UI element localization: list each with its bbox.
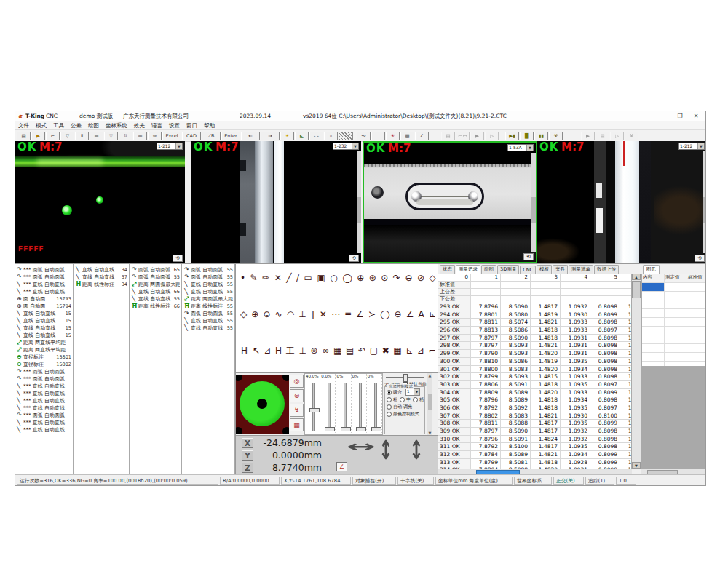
maximize-button[interactable]: ❐ xyxy=(672,111,688,121)
menu-item-9[interactable]: 窗口 xyxy=(186,122,197,129)
table-row[interactable]: 311 OK7.87928.51001.48171.09350.80981.09… xyxy=(438,443,632,451)
radio-button[interactable] xyxy=(387,404,392,410)
tab-8[interactable]: 数据上传 xyxy=(594,265,619,274)
camera1-mode-dropdown[interactable]: 1-212 ▼ xyxy=(157,143,183,150)
camera2-mode-dropdown[interactable]: 1-232 ▼ xyxy=(333,143,359,150)
toolbar-excel[interactable]: Excel xyxy=(162,132,181,140)
toolbar-open-2[interactable]: ▷ xyxy=(610,132,624,140)
toolbar-enter[interactable]: Enter xyxy=(221,132,240,140)
feature-item[interactable]: Ħ距离 线性标注55 xyxy=(183,303,234,310)
element-row[interactable] xyxy=(642,300,706,309)
measure-tool-icon[interactable]: ↷ xyxy=(393,273,400,283)
toolbar-pad-2[interactable]: ▬ xyxy=(133,132,147,140)
toolbar-pad-1[interactable]: ▬ xyxy=(90,132,103,140)
table-row[interactable]: 310 OK7.87968.50911.48241.09320.80981.09… xyxy=(438,436,632,444)
measure-tool-icon[interactable]: ✖ xyxy=(382,346,389,356)
element-row[interactable] xyxy=(642,292,706,300)
table-row[interactable]: 305 OK7.87968.50891.48181.09340.80981.09… xyxy=(438,396,632,404)
camera2-scrollbar[interactable] xyxy=(357,151,361,253)
chevron-down-icon[interactable]: ▼ xyxy=(526,145,533,151)
element-cell[interactable] xyxy=(665,292,687,300)
element-cell[interactable] xyxy=(665,327,687,335)
measure-tool-icon[interactable]: ✕ xyxy=(274,273,282,283)
tab-5[interactable]: 模板 xyxy=(537,265,552,274)
measure-tool-icon[interactable]: ▤ xyxy=(346,346,354,356)
menu-item-7[interactable]: 语言 xyxy=(151,122,162,129)
element-row[interactable] xyxy=(642,335,706,344)
camera3-mode-dropdown[interactable]: 1-53A ▼ xyxy=(507,144,534,151)
feature-item[interactable]: ↷*** 圆弧 自动圆弧 xyxy=(15,412,73,419)
measure-tool-icon[interactable]: ⊾ xyxy=(429,309,436,319)
feature-item[interactable]: Ħ距离 线性标注34 xyxy=(74,281,129,288)
feature-item[interactable]: ↷圆弧 自动圆弧55 xyxy=(130,274,181,281)
feature-item[interactable]: Ħ距离 线性标注66 xyxy=(130,303,181,310)
measure-tool-icon[interactable]: ⊘ xyxy=(417,273,424,283)
minimize-button[interactable]: – xyxy=(656,111,672,121)
table-vertical-scrollbar[interactable]: ▲ ▼ xyxy=(631,274,641,469)
camera-view-1[interactable]: FFFFF OK M:7 1-212 ▼ ⟲ xyxy=(15,141,185,263)
draw-line-button[interactable]: ∠ xyxy=(336,462,347,471)
measure-tool-icon[interactable]: ⊚ xyxy=(311,346,318,356)
feature-item[interactable]: ╲直线 自动直线15 xyxy=(15,317,73,324)
feature-item[interactable]: ⊕圆 自动圆15793 xyxy=(15,295,73,303)
measure-tool-icon[interactable]: ⊾ xyxy=(405,346,413,356)
camera4-pan-tool-icon[interactable]: ⟲ xyxy=(695,255,705,262)
element-row[interactable] xyxy=(642,327,706,335)
table-row[interactable]: 306 OK7.87928.50921.48181.09350.80971.09… xyxy=(438,404,632,412)
measure-tool-icon[interactable]: ∠ xyxy=(356,309,364,319)
radio-button[interactable] xyxy=(400,397,405,402)
feature-item[interactable]: ⊖直径标注15801 xyxy=(15,354,73,361)
tab-3[interactable]: 3D测量 xyxy=(497,265,519,274)
measure-tool-icon[interactable]: ⊙ xyxy=(381,273,388,283)
feature-item[interactable]: ↷圆弧 自动圆弧55 xyxy=(183,274,234,281)
scroll-down-icon[interactable]: ▼ xyxy=(632,462,641,469)
status-segment-4[interactable]: 十字线(关) xyxy=(397,477,434,485)
toolbar-bulb[interactable]: ☀ xyxy=(280,132,294,140)
element-cell[interactable] xyxy=(665,283,687,291)
slider-thumb[interactable] xyxy=(309,408,320,412)
feature-item[interactable]: ╲直线 自动直线15 xyxy=(15,324,73,332)
measure-tool-icon[interactable]: 工 xyxy=(286,346,295,356)
tab-4[interactable]: CNC xyxy=(520,266,536,274)
status-segment-6[interactable]: 世界坐标系 xyxy=(514,477,552,485)
measure-tool-icon[interactable]: ⊿ xyxy=(264,346,271,356)
element-cell[interactable] xyxy=(687,335,706,343)
element-cell[interactable] xyxy=(642,353,665,361)
toolbar-save-3[interactable]: ▤ xyxy=(596,132,609,140)
element-cell[interactable] xyxy=(665,300,687,308)
menu-item-4[interactable]: 绘图 xyxy=(88,122,99,129)
radio-button[interactable] xyxy=(413,397,418,402)
toolbar-probe[interactable]: ⌐ xyxy=(46,132,60,140)
feature-item[interactable]: ╲直线 自动直线34 xyxy=(74,266,129,274)
toolbar-chart[interactable]: ∠ xyxy=(415,132,429,140)
toolbar-hatch-icon[interactable] xyxy=(339,132,353,140)
toolbar-clamp[interactable]: ▽ xyxy=(104,132,118,140)
element-cell[interactable] xyxy=(687,300,706,308)
element-row[interactable] xyxy=(642,318,706,327)
radio-button[interactable] xyxy=(387,397,392,402)
camera2-pan-tool-icon[interactable]: ⟲ xyxy=(349,255,359,262)
camera4-scrollbar[interactable] xyxy=(703,151,706,253)
feature-item[interactable]: ╲直线 自动直线55 xyxy=(183,281,234,288)
element-cell[interactable] xyxy=(642,327,665,335)
chevron-down-icon[interactable]: ▼ xyxy=(697,143,704,149)
element-cell[interactable] xyxy=(687,292,706,300)
table-row[interactable]: 296 OK7.88138.50861.48181.09330.80971.09… xyxy=(438,327,632,335)
element-cell[interactable] xyxy=(642,300,665,308)
tab-2[interactable]: 绘图 xyxy=(481,265,496,274)
toolbar-save[interactable]: ▤ xyxy=(17,132,31,140)
toolbar-play-to-end[interactable]: ▶▮ xyxy=(505,132,519,140)
toolbar-batch[interactable]: ▭▭ xyxy=(456,132,470,140)
measure-tool-icon[interactable]: ◇ xyxy=(430,273,436,283)
chevron-down-icon[interactable]: ▼ xyxy=(352,143,358,149)
feature-item[interactable]: ╲*** 直线 自动直线 xyxy=(15,397,73,404)
menu-item-3[interactable]: 公差 xyxy=(71,122,82,129)
toolbar-open-folder[interactable]: ▶ xyxy=(31,132,45,140)
tab-element[interactable]: 图元 xyxy=(643,265,660,274)
table-row[interactable]: 295 OK7.88118.50741.48211.09330.80981.09… xyxy=(438,319,632,327)
element-cell[interactable] xyxy=(642,292,665,300)
slider-thumb[interactable] xyxy=(341,427,351,431)
element-cell[interactable] xyxy=(687,344,706,352)
measure-tool-icon[interactable]: ✏ xyxy=(262,273,269,283)
element-cell[interactable] xyxy=(665,335,687,343)
